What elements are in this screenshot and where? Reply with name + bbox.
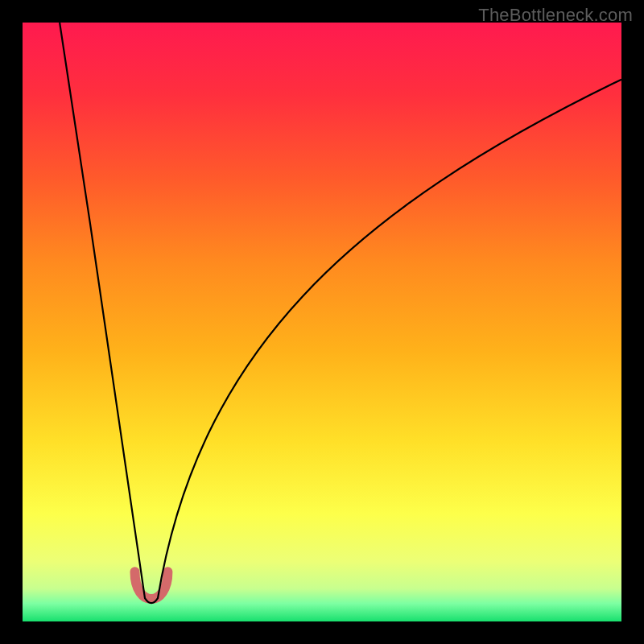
chart-svg bbox=[23, 23, 621, 621]
watermark-text: TheBottleneck.com bbox=[478, 5, 633, 26]
chart-plot-area bbox=[23, 23, 621, 621]
chart-outer-frame: TheBottleneck.com bbox=[0, 0, 644, 644]
gradient-background bbox=[23, 23, 621, 621]
